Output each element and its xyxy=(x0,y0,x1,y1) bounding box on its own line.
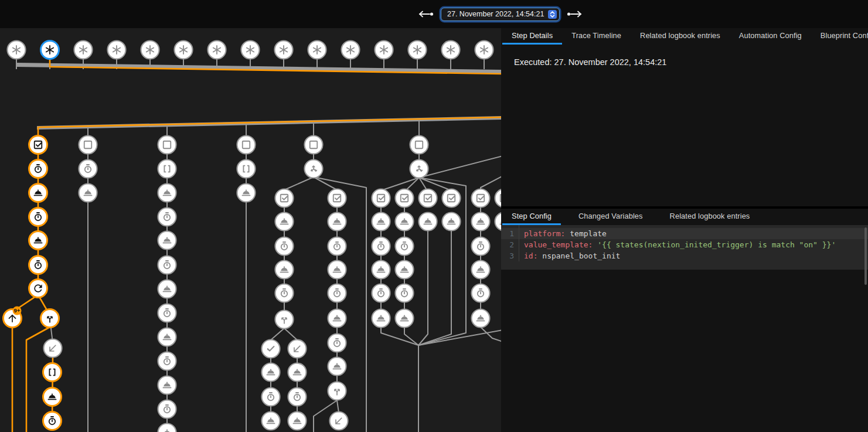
node-condition-blank[interactable] xyxy=(410,136,428,154)
node-asterisk[interactable] xyxy=(442,41,460,59)
node-timer[interactable] xyxy=(158,256,176,274)
node-timer[interactable] xyxy=(262,388,280,406)
node-timer[interactable] xyxy=(275,284,294,302)
node-service[interactable] xyxy=(262,412,280,430)
node-brackets[interactable] xyxy=(158,160,176,178)
node-repeat[interactable] xyxy=(29,280,47,298)
node-timer[interactable] xyxy=(396,284,414,302)
node-timer[interactable] xyxy=(288,388,307,406)
node-enter-bl[interactable] xyxy=(330,412,348,430)
node-service[interactable] xyxy=(328,309,346,328)
node-brackets[interactable] xyxy=(237,160,256,178)
node-asterisk[interactable] xyxy=(342,41,360,59)
node-service[interactable] xyxy=(158,280,176,298)
next-run-arrow-icon[interactable] xyxy=(566,10,583,18)
node-asterisk[interactable] xyxy=(175,41,193,59)
node-timer[interactable] xyxy=(158,208,176,226)
node-condition[interactable] xyxy=(396,189,414,208)
node-timer[interactable] xyxy=(328,334,346,352)
node-condition[interactable] xyxy=(29,136,47,154)
node-split[interactable] xyxy=(41,309,59,328)
tab-automation-config[interactable]: Automation Config xyxy=(730,28,811,45)
node-timer[interactable] xyxy=(29,208,47,226)
node-service[interactable] xyxy=(288,412,307,430)
node-timer[interactable] xyxy=(372,284,390,302)
node-asterisk[interactable] xyxy=(8,41,26,59)
tab-related-logbook-entries[interactable]: Related logbook entries xyxy=(631,28,730,45)
node-asterisk[interactable] xyxy=(208,41,226,59)
node-condition[interactable] xyxy=(328,189,346,208)
node-service[interactable] xyxy=(288,363,307,382)
node-timer[interactable] xyxy=(158,352,176,370)
node-service[interactable] xyxy=(275,213,294,231)
node-timer[interactable] xyxy=(328,237,346,256)
node-timer[interactable] xyxy=(275,237,294,256)
node-asterisk[interactable] xyxy=(241,41,260,59)
node-split[interactable] xyxy=(328,382,346,400)
node-service[interactable] xyxy=(158,376,176,394)
node-asterisk[interactable] xyxy=(275,41,293,59)
node-timer[interactable] xyxy=(396,237,414,256)
previous-run-arrow-icon[interactable] xyxy=(418,10,434,18)
node-service[interactable] xyxy=(472,261,490,279)
node-enter-check[interactable] xyxy=(262,340,280,358)
node-service[interactable] xyxy=(158,184,176,202)
node-asterisk[interactable] xyxy=(375,41,393,59)
node-service[interactable] xyxy=(396,309,414,328)
node-condition[interactable] xyxy=(372,189,390,208)
node-service[interactable] xyxy=(472,213,490,231)
yaml-editor[interactable]: 1 platform: template 2 value_template: '… xyxy=(501,225,868,270)
node-service[interactable] xyxy=(158,232,176,250)
node-service[interactable] xyxy=(442,213,461,231)
tab-related-logbook-entries-bottom[interactable]: Related logbook entries xyxy=(661,209,760,225)
node-timer[interactable] xyxy=(158,400,176,419)
node-service[interactable] xyxy=(275,261,294,279)
node-timer[interactable] xyxy=(372,237,390,256)
node-enter-bl[interactable] xyxy=(288,340,307,358)
node-service[interactable] xyxy=(79,184,97,202)
tab-step-config[interactable]: Step Config xyxy=(502,209,561,225)
node-service[interactable] xyxy=(472,309,490,328)
node-brackets[interactable] xyxy=(43,363,62,382)
node-service[interactable] xyxy=(419,213,437,231)
node-condition-blank[interactable] xyxy=(158,136,176,154)
node-asterisk[interactable] xyxy=(108,41,126,59)
node-timer[interactable] xyxy=(43,412,62,430)
node-timer[interactable] xyxy=(158,304,176,322)
node-service[interactable] xyxy=(158,424,176,432)
node-service[interactable] xyxy=(43,388,62,406)
tab-trace-timeline[interactable]: Trace Timeline xyxy=(562,28,631,45)
node-timer[interactable] xyxy=(79,160,97,178)
node-condition[interactable] xyxy=(275,189,294,208)
node-enter-bl[interactable] xyxy=(44,339,62,358)
node-timer[interactable] xyxy=(29,160,47,178)
node-choose[interactable] xyxy=(410,160,428,178)
node-service[interactable] xyxy=(372,309,390,328)
tab-blueprint-config[interactable]: Blueprint Config xyxy=(811,28,868,45)
node-service[interactable] xyxy=(396,261,414,279)
tab-changed-variables[interactable]: Changed Variables xyxy=(569,209,652,225)
node-condition[interactable] xyxy=(419,189,437,208)
node-condition[interactable] xyxy=(472,189,490,208)
node-condition-blank[interactable] xyxy=(237,136,256,154)
node-service[interactable] xyxy=(237,184,256,202)
editor-scrollbar[interactable] xyxy=(864,227,867,285)
node-timer[interactable] xyxy=(328,284,346,302)
node-asterisk[interactable] xyxy=(41,41,59,59)
node-asterisk[interactable] xyxy=(409,41,427,59)
node-service[interactable] xyxy=(372,213,390,231)
node-service[interactable] xyxy=(328,261,346,279)
node-service[interactable] xyxy=(328,213,346,231)
node-service[interactable] xyxy=(328,358,346,376)
node-stop-up[interactable]: 9+ xyxy=(4,307,22,328)
node-service[interactable] xyxy=(158,328,176,346)
node-condition[interactable] xyxy=(495,189,502,208)
node-condition-blank[interactable] xyxy=(305,136,323,154)
node-choose[interactable] xyxy=(305,160,323,178)
node-service[interactable] xyxy=(29,232,47,250)
node-service[interactable] xyxy=(396,213,414,231)
node-service[interactable] xyxy=(372,261,390,279)
node-asterisk[interactable] xyxy=(74,41,93,59)
node-asterisk[interactable] xyxy=(141,41,159,59)
node-asterisk[interactable] xyxy=(475,41,493,59)
